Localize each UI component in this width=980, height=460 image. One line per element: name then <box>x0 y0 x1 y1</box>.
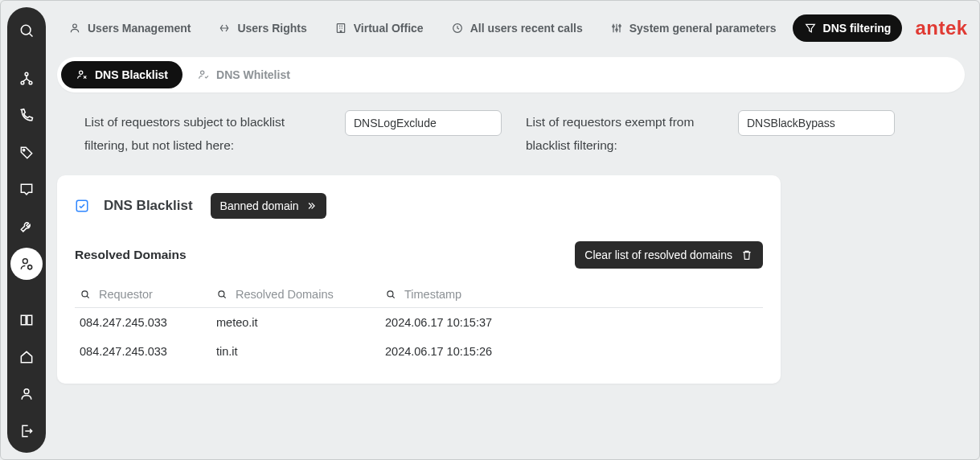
resolved-header: Resolved Domains Clear list of resolved … <box>75 241 763 269</box>
resolved-title: Resolved Domains <box>75 248 187 262</box>
svg-point-0 <box>21 25 31 35</box>
user-block-icon <box>76 68 88 81</box>
exempt-filter-input[interactable] <box>738 110 895 136</box>
tab-label: DNS filtering <box>823 22 892 35</box>
svg-point-20 <box>219 291 224 297</box>
blacklist-filter-block: List of requestors subject to blacklist … <box>84 110 502 158</box>
blacklist-panel: DNS Blacklist Banned domain Resolved Dom… <box>57 175 781 384</box>
svg-point-16 <box>201 71 204 74</box>
svg-line-23 <box>392 296 395 298</box>
filter-icon <box>804 22 817 35</box>
column-label: Resolved Domains <box>236 288 334 301</box>
user-check-icon <box>197 68 210 81</box>
sidebar-user[interactable] <box>10 378 43 410</box>
rights-icon <box>218 22 231 35</box>
tab-dns-blacklist[interactable]: DNS Blacklist <box>61 61 182 88</box>
tab-recent-calls[interactable]: All users recent calls <box>440 14 594 42</box>
search-icon <box>385 289 396 300</box>
tab-label: System general parameters <box>629 22 777 35</box>
wrench-icon <box>18 219 35 235</box>
table-row: 084.247.245.033 meteo.it 2024.06.17 10:1… <box>75 307 763 337</box>
tab-label: Users Rights <box>237 22 306 35</box>
tab-users-management[interactable]: Users Management <box>57 14 202 42</box>
svg-point-6 <box>23 259 27 264</box>
blacklist-filter-label: List of requestors subject to blacklist … <box>84 110 326 158</box>
sidebar-network[interactable] <box>10 63 43 95</box>
clock-icon <box>451 22 464 35</box>
svg-point-2 <box>25 72 28 76</box>
clear-resolved-button[interactable]: Clear list of resolved domains <box>575 241 763 269</box>
search-icon <box>80 289 91 300</box>
svg-point-18 <box>82 291 88 297</box>
sliders-icon <box>610 22 623 35</box>
network-icon <box>18 71 35 87</box>
column-requestor[interactable]: Requestor <box>75 281 211 308</box>
tab-virtual-office[interactable]: Virtual Office <box>323 14 435 42</box>
tab-label: All users recent calls <box>470 22 583 35</box>
tab-label: Virtual Office <box>354 22 424 35</box>
cell-timestamp: 2024.06.17 10:15:26 <box>380 337 763 366</box>
message-icon <box>18 182 35 198</box>
cell-domain: tin.it <box>211 337 380 366</box>
user-icon <box>18 386 35 402</box>
column-timestamp[interactable]: Timestamp <box>380 281 763 308</box>
logout-icon <box>18 423 35 439</box>
svg-line-19 <box>87 296 89 298</box>
button-label: Clear list of resolved domains <box>584 248 732 261</box>
svg-point-22 <box>387 291 393 297</box>
cell-requestor: 084.247.245.033 <box>75 337 211 366</box>
page-content: DNS Blacklist DNS Whitelist List of requ… <box>57 57 965 448</box>
user-settings-icon <box>18 256 35 272</box>
sidebar-phone[interactable] <box>10 100 43 132</box>
cell-domain: meteo.it <box>211 307 380 337</box>
sidebar-tools[interactable] <box>10 211 43 243</box>
svg-point-5 <box>23 150 25 151</box>
tab-system-params[interactable]: System general parameters <box>599 14 788 42</box>
sidebar <box>7 7 46 453</box>
phone-icon <box>18 108 35 124</box>
trash-icon <box>740 248 753 261</box>
svg-point-8 <box>24 389 29 394</box>
brand-logo: antek <box>915 17 967 39</box>
checkbox-icon[interactable] <box>75 199 89 213</box>
sidebar-logout[interactable] <box>10 415 43 447</box>
cell-timestamp: 2024.06.17 10:15:37 <box>380 307 763 337</box>
column-label: Timestamp <box>404 288 461 301</box>
sub-tabs: DNS Blacklist DNS Whitelist <box>57 57 965 92</box>
button-label: Banned domain <box>220 199 299 212</box>
sidebar-home[interactable] <box>10 341 43 373</box>
tab-label: DNS Whitelist <box>216 68 290 81</box>
svg-line-1 <box>30 34 33 37</box>
svg-rect-17 <box>76 200 88 212</box>
svg-point-15 <box>80 71 83 74</box>
user-icon <box>68 22 81 35</box>
column-domains[interactable]: Resolved Domains <box>211 281 380 308</box>
tab-dns-whitelist[interactable]: DNS Whitelist <box>182 61 305 88</box>
office-icon <box>334 22 347 35</box>
tab-dns-filtering[interactable]: DNS filtering <box>793 14 903 42</box>
sidebar-search[interactable] <box>10 14 43 47</box>
sidebar-chat[interactable] <box>10 174 43 206</box>
topbar: Users Management Users Rights Virtual Of… <box>57 12 965 44</box>
svg-line-21 <box>223 296 226 298</box>
sidebar-tag[interactable] <box>10 137 43 169</box>
panel-title: DNS Blacklist <box>104 198 193 214</box>
top-navigation: Users Management Users Rights Virtual Of… <box>57 14 902 42</box>
exempt-filter-label: List of requestors exempt from blacklist… <box>526 110 719 158</box>
book-icon <box>18 312 35 328</box>
tab-label: Users Management <box>88 22 191 35</box>
cell-requestor: 084.247.245.033 <box>75 307 211 337</box>
search-icon <box>18 23 35 39</box>
search-icon <box>216 289 228 300</box>
tab-users-rights[interactable]: Users Rights <box>207 14 318 42</box>
sidebar-admin[interactable] <box>10 248 43 280</box>
chevron-double-right-icon <box>305 200 317 212</box>
sidebar-book[interactable] <box>10 304 43 336</box>
blacklist-filter-input[interactable] <box>345 110 502 136</box>
tag-icon <box>18 145 35 161</box>
banned-domain-button[interactable]: Banned domain <box>211 193 326 219</box>
panel-header: DNS Blacklist Banned domain <box>75 193 763 219</box>
table-row: 084.247.245.033 tin.it 2024.06.17 10:15:… <box>75 337 763 366</box>
column-label: Requestor <box>99 288 153 301</box>
tab-label: DNS Blacklist <box>95 68 168 81</box>
